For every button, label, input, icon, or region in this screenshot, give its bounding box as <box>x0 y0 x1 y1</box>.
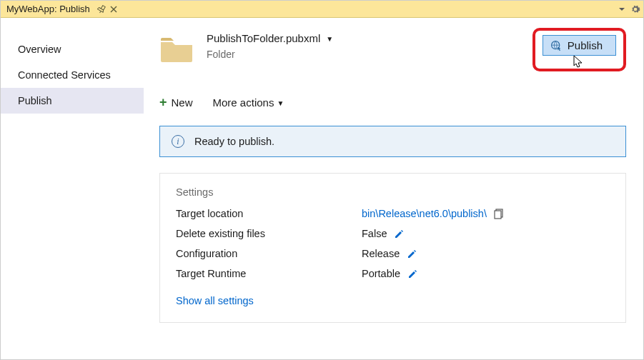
setting-label-delete-existing: Delete existing files <box>176 228 362 239</box>
sidebar: Overview Connected Services Publish <box>1 18 144 359</box>
edit-icon[interactable] <box>407 249 417 259</box>
new-profile-button[interactable]: + New <box>159 96 193 109</box>
publish-button-label: Publish <box>568 39 603 51</box>
status-message: Ready to publish. <box>194 136 274 147</box>
profile-subtitle: Folder <box>207 49 333 60</box>
new-label: New <box>172 96 193 109</box>
svg-rect-2 <box>495 211 501 219</box>
title-bar: MyWebApp: Publish <box>1 1 643 18</box>
setting-value-target-runtime: Portable <box>362 268 400 279</box>
close-tab-icon[interactable] <box>109 4 119 14</box>
settings-card: Settings Target location bin\Release\net… <box>159 173 626 323</box>
profile-dropdown-icon[interactable]: ▼ <box>326 35 333 43</box>
folder-icon <box>159 35 194 64</box>
gear-icon[interactable] <box>630 4 640 14</box>
chevron-down-icon: ▼ <box>277 99 284 107</box>
info-icon: i <box>172 135 184 148</box>
sidebar-item-publish[interactable]: Publish <box>1 88 144 114</box>
edit-icon[interactable] <box>394 229 405 239</box>
setting-label-target-location: Target location <box>176 208 362 219</box>
status-banner: i Ready to publish. <box>159 126 626 157</box>
sidebar-item-connected-services[interactable]: Connected Services <box>1 62 144 88</box>
plus-icon: + <box>159 96 167 109</box>
setting-value-configuration: Release <box>362 248 400 259</box>
more-actions-label: More actions <box>213 96 274 109</box>
pin-icon[interactable] <box>97 4 107 14</box>
profile-name: PublishToFolder.pubxml <box>207 32 320 44</box>
setting-value-delete-existing: False <box>362 228 387 239</box>
publish-panel: PublishToFolder.pubxml ▼ Folder Publish <box>144 18 643 359</box>
edit-icon[interactable] <box>407 269 418 279</box>
copy-icon[interactable] <box>494 209 505 219</box>
setting-label-configuration: Configuration <box>176 248 362 259</box>
publish-button-highlight: Publish <box>532 28 626 71</box>
show-all-settings-link[interactable]: Show all settings <box>176 295 610 306</box>
window-menu-icon[interactable] <box>618 5 626 14</box>
publish-button[interactable]: Publish <box>543 35 616 56</box>
setting-label-target-runtime: Target Runtime <box>176 268 362 279</box>
sidebar-item-overview[interactable]: Overview <box>1 36 144 62</box>
settings-heading: Settings <box>176 186 610 198</box>
setting-value-target-location[interactable]: bin\Release\net6.0\publish\ <box>362 208 487 219</box>
more-actions-button[interactable]: More actions ▼ <box>213 96 284 109</box>
window-title: MyWebApp: Publish <box>6 4 90 14</box>
publish-globe-icon <box>550 40 562 51</box>
